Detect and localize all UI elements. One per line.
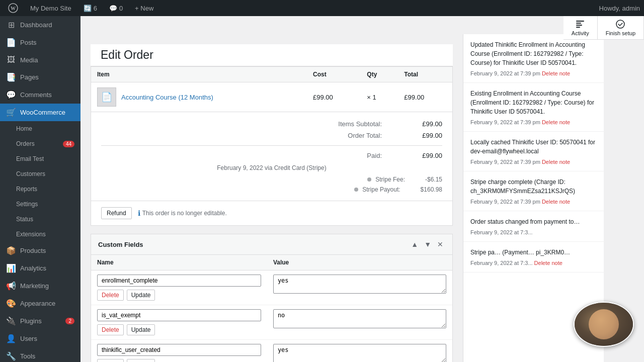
cf-value-textarea[interactable]: no — [273, 309, 446, 328]
cf-delete-button[interactable]: Delete — [97, 359, 124, 362]
sidebar-item-label: Comments — [20, 91, 52, 99]
sidebar-item-users[interactable]: 👤 Users — [0, 330, 80, 347]
svg-text:W: W — [11, 6, 16, 11]
sidebar-item-pages[interactable]: 📑 Pages — [0, 68, 80, 86]
delete-note-link[interactable]: Delete note — [542, 159, 570, 165]
sidebar-item-marketing[interactable]: 📢 Marketing — [0, 277, 80, 295]
sidebar-item-tools[interactable]: 🔧 Tools — [0, 347, 80, 362]
sidebar-item-analytics[interactable]: 📊 Analytics — [0, 259, 80, 277]
page-header: Edit Order — [91, 44, 453, 66]
sidebar-item-products[interactable]: 📦 Products — [0, 242, 80, 259]
posts-icon: 📄 — [6, 38, 16, 47]
sidebar-item-label: Tools — [20, 352, 35, 360]
sidebar-item-posts[interactable]: 📄 Posts — [0, 34, 80, 51]
activity-note-timestamp: February 9, 2022 at 7:39 pm — [470, 70, 540, 76]
sidebar-item-woocommerce[interactable]: 🛒 WooCommerce — [0, 104, 80, 121]
order-total-label: Order Total: — [321, 132, 382, 139]
order-items-table: Item Cost Qty Total 📄 — [91, 66, 453, 112]
cf-update-button[interactable]: Update — [127, 324, 155, 335]
sidebar: ⊞ Dashboard 📄 Posts 🖼 Media 📑 Pages 💬 Co… — [0, 16, 80, 362]
svg-rect-2 — [576, 21, 584, 22]
sidebar-item-customers[interactable]: Customers — [0, 166, 80, 182]
order-total-value: £99.00 — [402, 132, 442, 139]
tools-icon: 🔧 — [6, 351, 16, 361]
cf-name-input[interactable] — [97, 344, 261, 356]
custom-fields-title: Custom Fields — [98, 241, 143, 248]
cf-value-cell: yes — [267, 270, 452, 305]
activity-note-meta: February 9, 2022 at 7:39 pm Delete note — [470, 70, 597, 76]
activity-note-timestamp: February 9, 2022 at 7:3... — [470, 229, 533, 235]
not-editable-notice: ℹ This order is no longer editable. — [138, 209, 227, 217]
sidebar-item-label: Status — [16, 216, 33, 223]
sidebar-item-label: Products — [20, 247, 46, 254]
sidebar-item-comments[interactable]: 💬 Comments — [0, 86, 80, 104]
sidebar-item-label: Pages — [20, 73, 39, 81]
orders-badge: 44 — [63, 141, 74, 147]
finish-setup-button[interactable]: Finish setup — [598, 16, 644, 39]
sidebar-item-label: WooCommerce — [20, 109, 65, 116]
cf-row: Delete Update no — [91, 305, 452, 340]
layout: ⊞ Dashboard 📄 Posts 🖼 Media 📑 Pages 💬 Co… — [0, 16, 644, 362]
refund-button[interactable]: Refund — [101, 207, 132, 219]
activity-note-meta: February 9, 2022 at 7:3... — [470, 229, 597, 235]
section-collapse-button[interactable]: ▼ — [422, 239, 433, 249]
sidebar-item-dashboard[interactable]: ⊞ Dashboard — [0, 16, 80, 34]
sidebar-item-label: Users — [20, 335, 37, 342]
site-name-item[interactable]: My Demo Site — [26, 5, 75, 12]
users-icon: 👤 — [6, 334, 16, 343]
activity-note-meta: February 9, 2022 at 7:39 pm Delete note — [470, 199, 597, 205]
sidebar-item-appearance[interactable]: 🎨 Appearance — [0, 295, 80, 312]
cf-name-cell: Delete Update — [91, 340, 267, 363]
sidebar-item-reports[interactable]: Reports — [0, 182, 80, 197]
delete-note-link[interactable]: Delete note — [542, 70, 570, 76]
cf-delete-button[interactable]: Delete — [97, 290, 124, 301]
activity-icon — [575, 19, 585, 29]
cf-value-textarea[interactable]: yes — [273, 344, 446, 362]
sidebar-item-plugins[interactable]: 🔌 Plugins 2 — [0, 312, 80, 330]
new-item[interactable]: + New — [131, 5, 157, 12]
cf-value-textarea[interactable]: yes — [273, 275, 446, 294]
order-actions: Refund ℹ This order is no longer editabl… — [91, 201, 453, 226]
cf-delete-button[interactable]: Delete — [97, 324, 124, 335]
activity-note-text: Updated Thinkific Enrollment in Accounti… — [470, 40, 597, 67]
sidebar-item-label: Posts — [20, 39, 37, 46]
plugins-badge: 2 — [65, 318, 74, 324]
delete-note-link[interactable]: Delete note — [534, 260, 562, 266]
cf-update-button[interactable]: Update — [127, 290, 155, 301]
cf-buttons: Delete Update — [97, 359, 261, 362]
activity-note-text: Stripe charge complete (Charge ID: ch_3K… — [470, 177, 597, 196]
custom-fields-header[interactable]: Custom Fields ▲ ▼ ✕ — [91, 234, 452, 255]
comments-icon: 💬 — [109, 5, 117, 12]
analytics-icon: 📊 — [6, 263, 16, 273]
delete-note-link[interactable]: Delete note — [542, 199, 570, 205]
activity-note-timestamp: February 9, 2022 at 7:39 pm — [470, 119, 540, 125]
wp-logo-item[interactable]: W — [4, 3, 22, 13]
sidebar-item-home[interactable]: Home — [0, 121, 80, 136]
stripe-dot2 — [354, 188, 358, 192]
sidebar-item-extensions[interactable]: Extensions — [0, 227, 80, 242]
activity-label: Activity — [572, 30, 589, 36]
cf-name-input[interactable] — [97, 309, 261, 321]
sidebar-item-email-test[interactable]: Email Test — [0, 151, 80, 166]
activity-note: Order status changed from payment to… Fe… — [463, 211, 604, 242]
section-expand-button[interactable]: ▲ — [409, 239, 420, 249]
activity-button[interactable]: Activity — [564, 16, 598, 39]
sidebar-item-settings[interactable]: Settings — [0, 197, 80, 212]
sidebar-item-label: Marketing — [20, 282, 49, 290]
cf-name-input[interactable] — [97, 275, 261, 287]
delete-note-link[interactable]: Delete note — [542, 119, 570, 125]
updates-item[interactable]: 🔄 6 — [79, 5, 101, 12]
content-area: Edit Order Item Cost Qty Total — [80, 34, 644, 362]
section-close-button[interactable]: ✕ — [435, 239, 445, 249]
sidebar-item-status[interactable]: Status — [0, 212, 80, 227]
product-link[interactable]: Accounting Course (12 Months) — [121, 94, 213, 101]
cf-update-button[interactable]: Update — [127, 359, 155, 362]
sidebar-item-label: Reports — [16, 186, 37, 193]
sidebar-item-label: Analytics — [20, 264, 46, 272]
activity-note-text: Locally cached Thinkific User ID: 505700… — [470, 138, 597, 156]
sidebar-item-media[interactable]: 🖼 Media — [0, 51, 80, 68]
sidebar-item-orders[interactable]: Orders 44 — [0, 136, 80, 151]
product-thumbnail: 📄 — [97, 87, 116, 107]
comments-item[interactable]: 💬 0 — [105, 5, 127, 12]
sidebar-item-label: Media — [20, 56, 38, 64]
